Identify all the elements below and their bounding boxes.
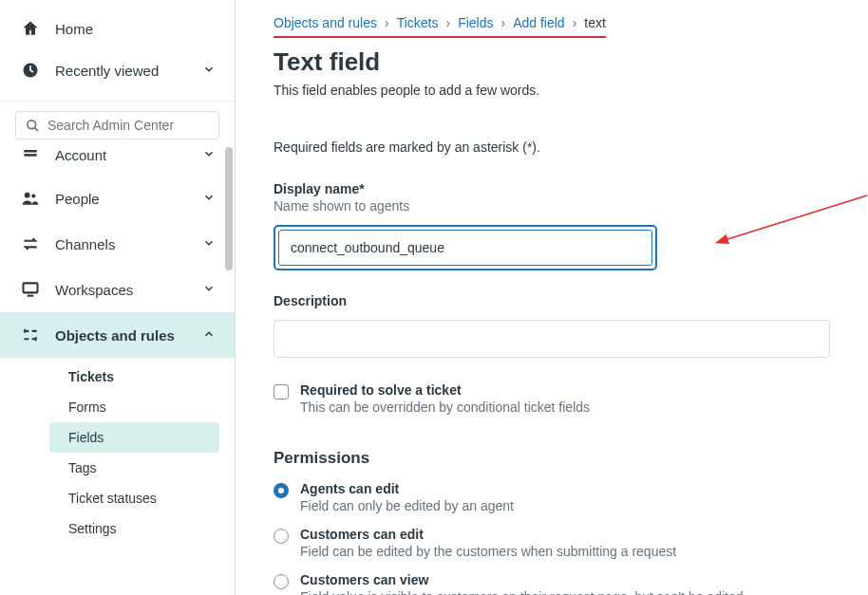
radio-customers-view[interactable] bbox=[274, 574, 289, 589]
search-wrap bbox=[0, 111, 235, 147]
page-subtitle: This field enables people to add a few w… bbox=[274, 83, 830, 98]
chevron-down-icon bbox=[202, 282, 216, 298]
clock-icon bbox=[19, 61, 42, 80]
channels-icon bbox=[19, 234, 42, 253]
sidebar-item-label: Account bbox=[55, 147, 106, 163]
radio-label: Customers can edit bbox=[300, 527, 676, 542]
home-icon bbox=[19, 19, 42, 38]
nav-recently-viewed[interactable]: Recently viewed bbox=[0, 49, 235, 91]
radio-agents-edit[interactable] bbox=[274, 483, 289, 498]
sidebar-item-label: Workspaces bbox=[55, 282, 133, 298]
sidebar-top: Home Recently viewed bbox=[0, 0, 235, 99]
sidebar-item-channels[interactable]: Channels bbox=[0, 221, 235, 267]
sidebar-scroll: Account People Channels Workspaces bbox=[0, 147, 235, 595]
description-label: Description bbox=[274, 293, 830, 308]
svg-rect-7 bbox=[24, 283, 38, 292]
search-icon bbox=[26, 119, 40, 133]
radio-help: Field can be edited by the customers whe… bbox=[300, 544, 676, 559]
main-content: Objects and rules › Tickets › Fields › A… bbox=[236, 0, 868, 595]
sidebar-item-label: People bbox=[55, 191, 100, 207]
chevron-right-icon: › bbox=[500, 15, 505, 30]
page-title: Text field bbox=[274, 47, 830, 77]
breadcrumb: Objects and rules › Tickets › Fields › A… bbox=[274, 11, 606, 38]
description-input[interactable] bbox=[274, 320, 830, 358]
sidebar-item-workspaces[interactable]: Workspaces bbox=[0, 267, 235, 312]
account-icon bbox=[19, 147, 42, 164]
nav-recently-viewed-label: Recently viewed bbox=[55, 63, 159, 79]
scrollbar-thumb[interactable] bbox=[225, 147, 233, 270]
permission-customers-edit[interactable]: Customers can edit Field can be edited b… bbox=[274, 527, 830, 559]
required-checkbox-row[interactable]: Required to solve a ticket This can be o… bbox=[274, 382, 830, 415]
required-checkbox-label: Required to solve a ticket bbox=[300, 382, 590, 398]
breadcrumb-current: text bbox=[584, 15, 606, 30]
svg-rect-3 bbox=[24, 150, 36, 153]
svg-line-2 bbox=[34, 127, 38, 131]
chevron-right-icon: › bbox=[445, 15, 450, 30]
breadcrumb-fields[interactable]: Fields bbox=[458, 15, 493, 30]
svg-rect-4 bbox=[24, 154, 36, 157]
workspaces-icon bbox=[19, 280, 42, 299]
display-name-label: Display name* bbox=[274, 181, 830, 196]
breadcrumb-tickets[interactable]: Tickets bbox=[397, 15, 439, 30]
required-note: Required fields are marked by an asteris… bbox=[274, 139, 830, 155]
sidebar: Home Recently viewed Account bbox=[0, 0, 236, 595]
required-checkbox[interactable] bbox=[274, 384, 289, 400]
breadcrumb-add-field[interactable]: Add field bbox=[513, 15, 564, 30]
display-name-help: Name shown to agents bbox=[274, 198, 830, 214]
display-name-input[interactable] bbox=[278, 230, 652, 266]
permissions-title: Permissions bbox=[274, 449, 830, 468]
sub-list-objects-rules: Tickets Forms Fields Tags Ticket statuse… bbox=[0, 358, 235, 548]
sidebar-item-label: Channels bbox=[55, 236, 115, 252]
sub-item-ticket-statuses[interactable]: Ticket statuses bbox=[49, 483, 219, 513]
divider bbox=[0, 101, 235, 102]
objects-rules-icon bbox=[19, 325, 42, 344]
search-input[interactable] bbox=[47, 118, 209, 133]
sidebar-item-objects-rules[interactable]: Objects and rules bbox=[0, 312, 235, 358]
svg-point-1 bbox=[28, 120, 36, 128]
chevron-up-icon bbox=[202, 327, 216, 344]
sidebar-item-account[interactable]: Account bbox=[0, 147, 235, 176]
chevron-down-icon bbox=[202, 236, 216, 252]
radio-label: Agents can edit bbox=[300, 481, 514, 496]
required-checkbox-help: This can be overridden by conditional ti… bbox=[300, 400, 590, 415]
chevron-right-icon: › bbox=[573, 15, 577, 30]
svg-point-5 bbox=[25, 193, 30, 198]
sub-item-fields[interactable]: Fields bbox=[49, 422, 219, 453]
radio-customers-edit[interactable] bbox=[274, 529, 289, 544]
radio-help: Field value is visible to customers on t… bbox=[300, 589, 744, 595]
chevron-down-icon bbox=[202, 147, 216, 163]
nav-home[interactable]: Home bbox=[0, 8, 235, 49]
radio-label: Customers can view bbox=[300, 572, 744, 587]
search-box[interactable] bbox=[15, 111, 219, 139]
sub-item-tickets[interactable]: Tickets bbox=[49, 362, 219, 392]
sub-item-tags[interactable]: Tags bbox=[49, 453, 219, 483]
sidebar-item-label: Objects and rules bbox=[55, 327, 175, 344]
radio-help: Field can only be edited by an agent bbox=[300, 498, 514, 513]
sidebar-item-people[interactable]: People bbox=[0, 176, 235, 221]
permission-customers-view[interactable]: Customers can view Field value is visibl… bbox=[274, 572, 830, 595]
sub-item-forms[interactable]: Forms bbox=[49, 392, 219, 422]
sidebar-scrollbar[interactable] bbox=[223, 147, 235, 595]
nav-home-label: Home bbox=[55, 21, 93, 37]
people-icon bbox=[19, 189, 42, 208]
breadcrumb-objects-rules[interactable]: Objects and rules bbox=[274, 15, 377, 30]
permission-agents-edit[interactable]: Agents can edit Field can only be edited… bbox=[274, 481, 830, 513]
svg-point-6 bbox=[31, 194, 35, 197]
chevron-right-icon: › bbox=[385, 15, 389, 30]
chevron-down-icon bbox=[202, 191, 216, 207]
display-name-input-wrap bbox=[274, 225, 657, 270]
sub-item-settings[interactable]: Settings bbox=[49, 513, 219, 544]
chevron-down-icon bbox=[202, 63, 216, 79]
